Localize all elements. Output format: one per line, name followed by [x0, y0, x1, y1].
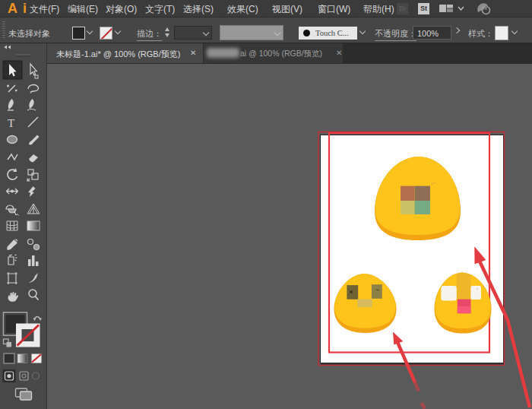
svg-text:T: T — [8, 117, 14, 129]
